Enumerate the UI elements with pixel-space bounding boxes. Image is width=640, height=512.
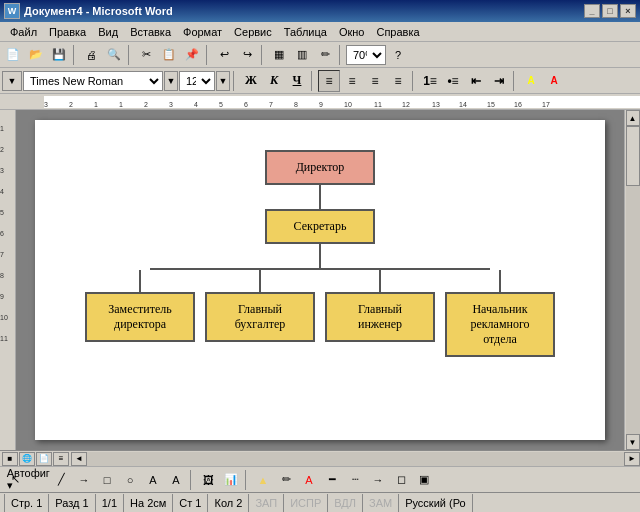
save-button[interactable]: 💾 — [48, 44, 70, 66]
separator-4 — [261, 45, 265, 65]
scroll-left-button[interactable]: ◄ — [71, 452, 87, 466]
menu-window[interactable]: Окно — [333, 24, 371, 40]
menu-file[interactable]: Файл — [4, 24, 43, 40]
window-controls[interactable]: _ □ × — [584, 4, 636, 18]
connector-dir-sec — [319, 185, 321, 209]
right-scrollbar[interactable]: ▲ ▼ — [624, 110, 640, 450]
director-box[interactable]: Директор — [265, 150, 375, 185]
arrow-style-button[interactable]: → — [367, 469, 389, 491]
highlight-button[interactable]: A — [520, 70, 542, 92]
font-select[interactable]: Times New Roman — [23, 71, 163, 91]
outline-view-button[interactable]: ≡ — [53, 452, 69, 466]
window-title: Документ4 - Microsoft Word — [24, 5, 173, 17]
ruler-corner — [22, 96, 44, 108]
document-page: Директор Секретарь — [35, 120, 605, 440]
scroll-up-button[interactable]: ▲ — [626, 110, 640, 126]
fmt-sep-2 — [311, 71, 315, 91]
paste-button[interactable]: 📌 — [181, 44, 203, 66]
subordinates-row: Заместитель директора Главный бухгалтер … — [85, 270, 555, 357]
separator-3 — [206, 45, 210, 65]
status-bar: Стр. 1 Разд 1 1/1 На 2см Ст 1 Кол 2 ЗАП … — [0, 492, 640, 512]
secretary-row: Секретарь — [265, 209, 375, 244]
bold-button[interactable]: Ж — [240, 70, 262, 92]
size-dropdown-arrow[interactable]: ▼ — [216, 71, 230, 91]
underline-button[interactable]: Ч — [286, 70, 308, 92]
menu-view[interactable]: Вид — [92, 24, 124, 40]
undo-button[interactable]: ↩ — [213, 44, 235, 66]
font-color-button[interactable]: A — [543, 70, 565, 92]
ruler-mark: 9 — [319, 101, 323, 108]
align-right-button[interactable]: ≡ — [364, 70, 386, 92]
status-ovr: ЗАМ — [363, 494, 399, 512]
scroll-h-track[interactable] — [87, 452, 624, 466]
bottom-scrollbar[interactable]: ■ 🌐 📄 ≡ ◄ ► — [0, 450, 640, 466]
arrow-tool-button[interactable]: → — [73, 469, 95, 491]
redo-button[interactable]: ↪ — [236, 44, 258, 66]
subordinate-box-4[interactable]: Начальник рекламного отдела — [445, 292, 555, 357]
columns-button[interactable]: ▥ — [291, 44, 313, 66]
open-button[interactable]: 📂 — [25, 44, 47, 66]
dash-style-button[interactable]: ┄ — [344, 469, 366, 491]
fmt-sep-1 — [233, 71, 237, 91]
new-button[interactable]: 📄 — [2, 44, 24, 66]
diagram-button[interactable]: 📊 — [220, 469, 242, 491]
rectangle-tool-button[interactable]: □ — [96, 469, 118, 491]
align-left-button[interactable]: ≡ — [318, 70, 340, 92]
wordart-button[interactable]: A — [165, 469, 187, 491]
document-canvas[interactable]: Директор Секретарь — [16, 110, 624, 450]
font-size-select[interactable]: 12 — [179, 71, 215, 91]
menu-table[interactable]: Таблица — [278, 24, 333, 40]
menu-tools[interactable]: Сервис — [228, 24, 278, 40]
drawing-button[interactable]: ✏ — [314, 44, 336, 66]
clipart-button[interactable]: 🖼 — [197, 469, 219, 491]
3d-button[interactable]: ▣ — [413, 469, 435, 491]
style-select-icon[interactable]: ▼ — [2, 71, 22, 91]
font-dropdown-arrow[interactable]: ▼ — [164, 71, 178, 91]
menu-insert[interactable]: Вставка — [124, 24, 177, 40]
ellipse-tool-button[interactable]: ○ — [119, 469, 141, 491]
secretary-box[interactable]: Секретарь — [265, 209, 375, 244]
preview-button[interactable]: 🔍 — [103, 44, 125, 66]
normal-view-button[interactable]: ■ — [2, 452, 18, 466]
subordinate-box-2[interactable]: Главный бухгалтер — [205, 292, 315, 342]
align-center-button[interactable]: ≡ — [341, 70, 363, 92]
scroll-thumb[interactable] — [626, 126, 640, 186]
web-view-button[interactable]: 🌐 — [19, 452, 35, 466]
zoom-select[interactable]: 70% — [346, 45, 386, 65]
numbering-button[interactable]: 1≡ — [419, 70, 441, 92]
autoshapes-dropdown[interactable]: Автофигуры ▾ — [27, 469, 49, 491]
textbox-button[interactable]: A — [142, 469, 164, 491]
font-color-draw-button[interactable]: A — [298, 469, 320, 491]
menu-help[interactable]: Справка — [370, 24, 425, 40]
increase-indent-button[interactable]: ⇥ — [488, 70, 510, 92]
print-view-button[interactable]: 📄 — [36, 452, 52, 466]
decrease-indent-button[interactable]: ⇤ — [465, 70, 487, 92]
menu-format[interactable]: Формат — [177, 24, 228, 40]
maximize-button[interactable]: □ — [602, 4, 618, 18]
bullets-button[interactable]: •≡ — [442, 70, 464, 92]
print-button[interactable]: 🖨 — [80, 44, 102, 66]
close-button[interactable]: × — [620, 4, 636, 18]
subordinate-box-1[interactable]: Заместитель директора — [85, 292, 195, 342]
ruler-mark: 3 — [44, 101, 48, 108]
fill-color-button[interactable]: ▲ — [252, 469, 274, 491]
menu-edit[interactable]: Правка — [43, 24, 92, 40]
scroll-right-button[interactable]: ► — [624, 452, 640, 466]
line-color-button[interactable]: ✏ — [275, 469, 297, 491]
line-style-button[interactable]: ━ — [321, 469, 343, 491]
subordinate-box-3[interactable]: Главный инженер — [325, 292, 435, 342]
sub-v-line-1 — [139, 270, 141, 292]
scroll-track[interactable] — [626, 126, 640, 434]
table-button[interactable]: ▦ — [268, 44, 290, 66]
shadow-button[interactable]: ◻ — [390, 469, 412, 491]
status-ext: ВДЛ — [328, 494, 363, 512]
line-tool-button[interactable]: ╱ — [50, 469, 72, 491]
cut-button[interactable]: ✂ — [135, 44, 157, 66]
justify-button[interactable]: ≡ — [387, 70, 409, 92]
scroll-down-button[interactable]: ▼ — [626, 434, 640, 450]
minimize-button[interactable]: _ — [584, 4, 600, 18]
help-button[interactable]: ? — [387, 44, 409, 66]
italic-button[interactable]: К — [263, 70, 285, 92]
ruler-mark: 12 — [402, 101, 410, 108]
copy-button[interactable]: 📋 — [158, 44, 180, 66]
